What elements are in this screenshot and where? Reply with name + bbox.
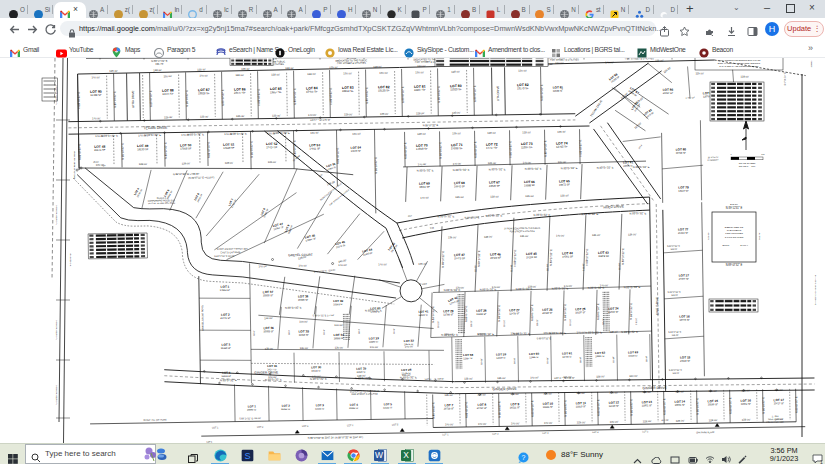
svg-text:N 89°07′32″ E: N 89°07′32″ E [257,89,261,106]
svg-text:S 89°07′32″ E: S 89°07′32″ E [668,291,682,293]
svg-text:130.00': 130.00' [576,391,585,395]
svg-text:10812 SF: 10812 SF [342,89,354,93]
svg-text:130.00': 130.00' [163,74,172,78]
svg-text:140.00': 140.00' [445,422,454,426]
svg-text:20141 SF: 20141 SF [94,148,106,152]
svg-text:140.00': 140.00' [298,263,307,267]
svg-text:115.00': 115.00' [635,317,637,324]
svg-text:N 0°52′28″ W: N 0°52′28″ W [69,253,71,267]
svg-text:140.00': 140.00' [609,390,618,394]
svg-text:N 89°07′32″ E: N 89°07′32″ E [403,142,407,159]
svg-text:19388 SF: 19388 SF [524,184,535,187]
svg-text:N 89°07′32″ E: N 89°07′32″ E [453,168,470,172]
svg-text:PLAT BK. 45 PGS 2005-00411: PLAT BK. 45 PGS 2005-00411 [148,202,175,204]
svg-text:128.00': 128.00' [643,419,652,423]
svg-text:14132 SF: 14132 SF [383,406,394,408]
svg-text:125.00': 125.00' [577,420,586,424]
svg-text:130.00': 130.00' [555,61,564,65]
svg-text:125.00': 125.00' [455,195,464,199]
svg-text:N 0°52′28″ W 331.10: N 0°52′28″ W 331.10 [55,205,57,225]
svg-text:100.00': 100.00' [264,316,273,320]
svg-text:125.00': 125.00' [164,115,173,119]
svg-text:18758 SF: 18758 SF [562,355,573,357]
svg-text:19991 SF: 19991 SF [595,355,606,357]
svg-text:N 89°07′32″ E: N 89°07′32″ E [585,330,602,334]
svg-text:12478 SF: 12478 SF [509,312,520,315]
svg-text:W: W [375,450,383,460]
svg-text:21313 SF: 21313 SF [678,232,689,235]
svg-text:125.00': 125.00' [676,419,685,423]
svg-text:128.00': 128.00' [416,111,425,115]
svg-text:N 89°07′32″ E: N 89°07′32″ E [437,214,454,218]
svg-text:N 89°07′32″ E: N 89°07′32″ E [293,88,297,105]
svg-text:N 0°52′28″ W 331.10: N 0°52′28″ W 331.10 [55,320,57,340]
svg-text:135.00': 135.00' [452,111,461,115]
svg-text:HANSEL DR (66' ROW): HANSEL DR (66' ROW) [201,305,204,330]
svg-text:135.00': 135.00' [380,112,389,116]
svg-text:N 89°07′32″ E: N 89°07′32″ E [444,288,461,292]
svg-text:N 89°07′32″ E: N 89°07′32″ E [431,402,435,419]
svg-text:11408 SF: 11408 SF [90,93,102,97]
svg-text:N 89°07′32″ E: N 89°07′32″ E [629,399,633,416]
svg-text:N 89°07′32″ E: N 89°07′32″ E [163,142,167,159]
svg-text:24077 SF: 24077 SF [679,278,690,281]
svg-text:128.00': 128.00' [484,235,493,239]
svg-text:16164 SF: 16164 SF [281,408,292,410]
svg-text:125.00': 125.00' [592,233,601,237]
svg-text:115.0': 115.0' [323,329,325,335]
svg-text:15685 SF: 15685 SF [298,299,309,302]
svg-text:N 89°07′32″ E: N 89°07′32″ E [417,168,434,172]
svg-text:N 89°07′32″ E: N 89°07′32″ E [489,167,506,171]
svg-text:130.00': 130.00' [343,71,352,75]
svg-text:N 89°07′32″ E: N 89°07′32″ E [543,140,547,157]
svg-text:N 89°12′31″ E: N 89°12′31″ E [726,206,743,210]
svg-text:115.0': 115.0' [358,328,360,334]
svg-text:N 89°07′32″ E: N 89°07′32″ E [464,305,468,322]
svg-text:N 89°07′32″ E: N 89°07′32″ E [441,333,458,337]
svg-text:N 89°07′32″ E: N 89°07′32″ E [513,250,517,267]
svg-text:18133 SF: 18133 SF [137,147,149,151]
svg-text:100.00': 100.00' [299,319,308,323]
svg-text:12987 SF: 12987 SF [463,357,474,359]
svg-text:140.00': 140.00' [92,116,101,120]
svg-text:140.00': 140.00' [511,421,520,425]
svg-text:135.00': 135.00' [642,390,651,394]
svg-text:128.00': 128.00' [271,72,280,76]
svg-text:14662 SF: 14662 SF [220,289,231,292]
svg-text:14619 SF: 14619 SF [496,357,507,359]
svg-text:100.00': 100.00' [334,323,343,327]
svg-text:128.00': 128.00' [451,70,460,74]
svg-text:140.00': 140.00' [530,375,539,379]
svg-text:10417 SF: 10417 SF [774,402,785,405]
svg-text:23616 SF: 23616 SF [608,311,619,314]
svg-text:LOT 3: LOT 3 [542,432,549,434]
svg-text:135.00': 135.00' [525,194,534,198]
svg-text:17005 SF: 17005 SF [180,146,192,150]
svg-text:11688 SF: 11688 SF [553,90,564,93]
svg-text:18011 SF: 18011 SF [419,186,430,189]
svg-text:N 89°07′32″ E: N 89°07′32″ E [401,86,405,103]
svg-text:?: ? [522,454,526,461]
svg-text:125.00': 125.00' [444,393,453,397]
svg-text:GINGER DRIVE: GINGER DRIVE [643,386,668,390]
svg-text:15878 SF: 15878 SF [598,255,609,258]
svg-text:N 89°07′32″ E: N 89°07′32″ E [629,303,633,320]
svg-text:SCALE 1" = 100': SCALE 1" = 100' [739,165,756,167]
svg-text:N 89°07′32″ E: N 89°07′32″ E [695,398,699,415]
svg-text:10861 SF: 10861 SF [675,404,686,407]
svg-text:N 89°07′32″ E: N 89°07′32″ E [329,87,333,104]
svg-text:N 89°07′32″ E: N 89°07′32″ E [400,375,417,379]
svg-text:128.00': 128.00' [139,162,148,166]
svg-text:N 89°07′32″ E: N 89°07′32″ E [624,285,641,289]
svg-text:16521 SF: 16521 SF [510,406,521,409]
svg-text:N 89°07′32″ E: N 89°07′32″ E [249,141,253,158]
svg-text:N 89°07′32″ E: N 89°07′32″ E [473,85,477,102]
svg-text:SCALE IN FEET: SCALE IN FEET [739,162,756,164]
svg-text:N 89°07′32″ E: N 89°07′32″ E [794,396,798,413]
svg-text:19179 SF: 19179 SF [517,86,529,90]
svg-text:24338 SF: 24338 SF [451,146,463,150]
svg-text:N 89°07′32″ E: N 89°07′32″ E [629,211,646,215]
svg-text:125.00': 125.00' [774,388,783,392]
svg-text:135.00': 135.00' [265,346,274,350]
svg-text:125.00': 125.00' [672,372,679,374]
